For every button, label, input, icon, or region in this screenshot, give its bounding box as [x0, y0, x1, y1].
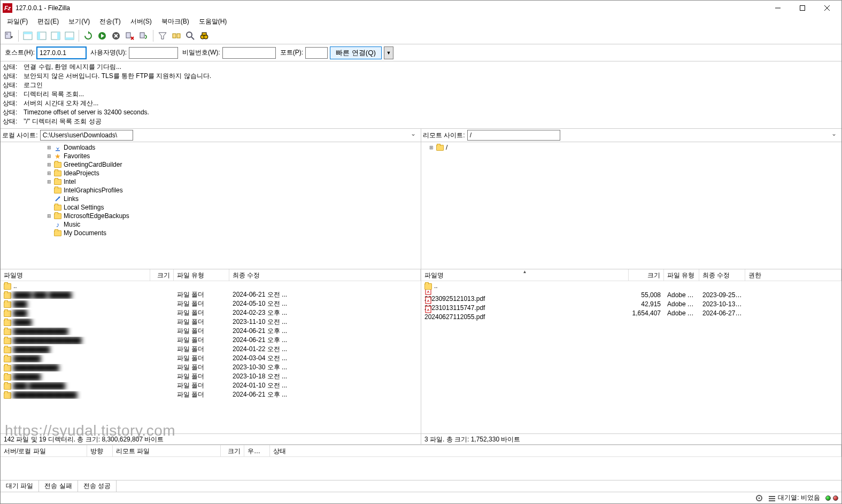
- qcol-serverlocal[interactable]: 서버/로컬 파일: [1, 445, 87, 456]
- col-size[interactable]: 크기: [150, 269, 174, 281]
- menu-bookmarks[interactable]: 북마크(B): [157, 16, 194, 27]
- menu-transfer[interactable]: 전송(T): [95, 16, 125, 27]
- qcol-size[interactable]: 크기: [221, 445, 244, 456]
- menu-view[interactable]: 보기(V): [64, 16, 94, 27]
- local-path-input[interactable]: [40, 130, 133, 141]
- maximize-icon: [800, 5, 805, 11]
- col-name[interactable]: ▲파일명: [421, 269, 629, 281]
- user-input[interactable]: [129, 47, 178, 59]
- qcol-dir[interactable]: 방향: [87, 445, 113, 456]
- tree-item[interactable]: ⊞IdeaProjects: [1, 169, 421, 177]
- file-row[interactable]: ██████파일 폴더2023-10-18 오전 ...: [1, 372, 421, 381]
- file-row[interactable]: ████파일 폴더2023-11-10 오전 ...: [1, 317, 421, 327]
- file-row[interactable]: ███파일 폴더2024-02-23 오후 ...: [1, 308, 421, 317]
- file-row[interactable]: ██████████파일 폴더2023-10-30 오후 ...: [1, 363, 421, 372]
- tree-item[interactable]: ⊞MicrosoftEdgeBackups: [1, 212, 421, 220]
- tree-expand-icon[interactable]: ⊞: [47, 153, 52, 159]
- file-row[interactable]: ██████파일 폴더2024-03-04 오전 ...: [1, 354, 421, 363]
- process-queue-button[interactable]: [96, 29, 109, 42]
- file-row[interactable]: ███████████████파일 폴더2024-06-21 오후 ...: [1, 336, 421, 345]
- file-row[interactable]: ████ ███ █████파일 폴더2024-06-21 오전 ...: [1, 290, 421, 299]
- tree-expand-icon[interactable]: ⊞: [47, 145, 52, 150]
- tree-item[interactable]: Links: [1, 195, 421, 203]
- local-tree[interactable]: ⊞Downloads⊞★Favorites⊞GreetingCardBuilde…: [1, 142, 421, 269]
- port-input[interactable]: [305, 47, 328, 59]
- qcol-remotefile[interactable]: 리모트 파일: [113, 445, 221, 456]
- remote-path-combo[interactable]: [467, 130, 840, 141]
- tree-expand-icon[interactable]: ⊞: [429, 145, 434, 150]
- close-button[interactable]: [815, 1, 839, 15]
- tree-item[interactable]: ⊞Intel: [1, 177, 421, 186]
- refresh-button[interactable]: [82, 29, 95, 42]
- host-input[interactable]: [37, 47, 86, 59]
- col-type[interactable]: 파일 유형: [664, 269, 699, 281]
- log-panel[interactable]: 상태: 연결 수립, 환영 메시지를 기다림...상태: 보안되지 않은 서버입…: [1, 61, 841, 129]
- minimize-button[interactable]: [766, 1, 790, 15]
- local-path-combo[interactable]: [40, 130, 419, 141]
- col-perm[interactable]: 권한: [745, 269, 841, 281]
- tree-item[interactable]: ⊞GreetingCardBuilder: [1, 160, 421, 169]
- tree-item[interactable]: ⊞★Favorites: [1, 152, 421, 160]
- toggle-local-tree-button[interactable]: [35, 29, 48, 42]
- tab-queued[interactable]: 대기 파일: [1, 480, 39, 492]
- cancel-button[interactable]: [110, 29, 122, 42]
- col-size[interactable]: 크기: [629, 269, 664, 281]
- file-row[interactable]: A20240627112055.pdf1,654,407Adobe Acr...…: [421, 308, 841, 317]
- remote-tree[interactable]: ⊞/: [421, 142, 841, 269]
- tree-item[interactable]: IntelGraphicsProfiles: [1, 186, 421, 195]
- find-button[interactable]: [198, 29, 211, 42]
- tree-expand-icon[interactable]: ⊞: [47, 170, 52, 176]
- compare-button[interactable]: [170, 29, 183, 42]
- quickconnect-dropdown[interactable]: ▼: [384, 46, 393, 59]
- tab-failed[interactable]: 전송 실패: [39, 480, 78, 492]
- toggle-log-button[interactable]: [21, 29, 34, 42]
- tree-node-label: Intel: [64, 178, 76, 185]
- remote-file-body[interactable]: ..A20230925121013.pdf55,008Adobe Acr...2…: [421, 281, 841, 433]
- sync-browse-button[interactable]: [184, 29, 197, 42]
- folder-icon: [4, 356, 11, 362]
- toolbar-sep: [79, 30, 79, 42]
- file-row[interactable]: ██████████████파일 폴더2024-06-21 오후 ...: [1, 390, 421, 399]
- svg-text:A: A: [427, 308, 430, 312]
- menu-help[interactable]: 도움말(H): [195, 16, 231, 27]
- status-gear[interactable]: [755, 494, 763, 502]
- tree-node-icon: [53, 195, 62, 203]
- col-type[interactable]: 파일 유형: [174, 269, 229, 281]
- disconnect-button[interactable]: [123, 29, 136, 42]
- tree-item[interactable]: Local Settings: [1, 203, 421, 212]
- file-row[interactable]: ████████파일 폴더2024-01-22 오전 ...: [1, 345, 421, 354]
- menu-file[interactable]: 파일(F): [3, 16, 32, 27]
- menu-edit[interactable]: 편집(E): [33, 16, 63, 27]
- tree-expand-icon[interactable]: ⊞: [47, 162, 52, 167]
- menu-server[interactable]: 서버(S): [126, 16, 156, 27]
- tree-expand-icon[interactable]: ⊞: [47, 213, 52, 219]
- local-pane: 로컬 사이트: ⊞Downloads⊞★Favorites⊞GreetingCa…: [1, 129, 421, 444]
- toggle-remote-tree-button[interactable]: [49, 29, 62, 42]
- file-row[interactable]: ..: [1, 281, 421, 290]
- file-row[interactable]: ███ ████████파일 폴더2024-01-10 오전 ...: [1, 381, 421, 390]
- pass-input[interactable]: [222, 47, 276, 59]
- reconnect-button[interactable]: [137, 29, 150, 42]
- filter-button[interactable]: [156, 29, 169, 42]
- maximize-button[interactable]: [790, 1, 815, 15]
- tree-item[interactable]: ⊞Downloads: [1, 143, 421, 152]
- titlebar: Fz 127.0.0.1 - FileZilla: [1, 1, 841, 15]
- tree-item[interactable]: ⊞/: [421, 143, 841, 152]
- qcol-status[interactable]: 상태: [270, 445, 841, 456]
- quickconnect-button[interactable]: 빠른 연결(Q): [330, 46, 382, 59]
- tab-success[interactable]: 전송 성공: [78, 480, 117, 492]
- file-row[interactable]: ████████████파일 폴더2024-06-21 오후 ...: [1, 327, 421, 336]
- remote-path-input[interactable]: [467, 130, 560, 141]
- site-manager-button[interactable]: [3, 29, 16, 42]
- tree-item[interactable]: My Documents: [1, 229, 421, 237]
- local-file-body[interactable]: ..████ ███ █████파일 폴더2024-06-21 오전 ...██…: [1, 281, 421, 433]
- tree-expand-icon[interactable]: ⊞: [47, 179, 52, 184]
- qcol-priority[interactable]: 우선 ...: [244, 445, 270, 456]
- col-name[interactable]: 파일명: [1, 269, 150, 281]
- col-modified[interactable]: 최종 수정: [699, 269, 745, 281]
- queue-body[interactable]: [1, 457, 841, 480]
- col-modified[interactable]: 최종 수정: [229, 269, 421, 281]
- tree-item[interactable]: ♪Music: [1, 220, 421, 229]
- file-row[interactable]: ███파일 폴더2024-05-10 오전 ...: [1, 299, 421, 308]
- toggle-queue-button[interactable]: [63, 29, 76, 42]
